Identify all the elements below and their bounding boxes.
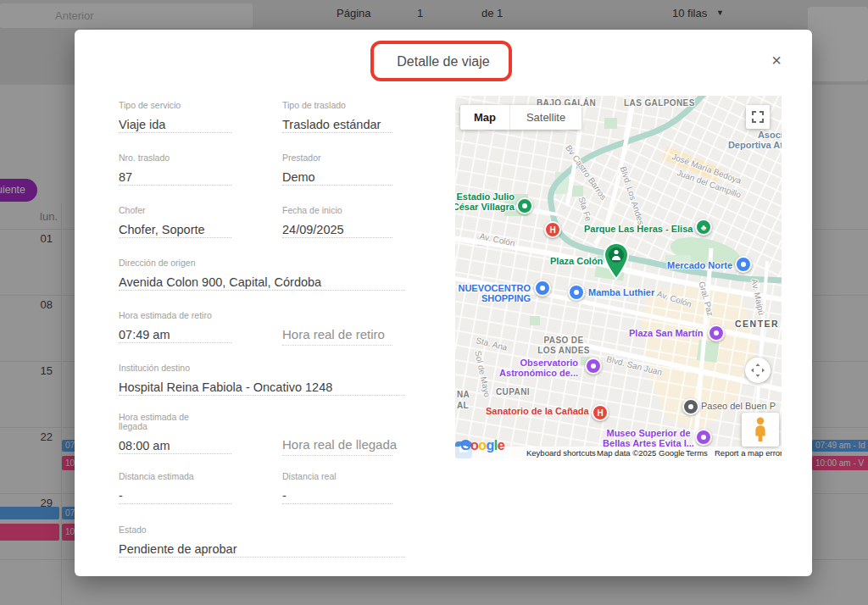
map-type-control: Map Satellite [460,105,581,130]
field-fecha-inicio: Fecha de inicio 24/09/2025 [282,206,392,238]
map-label: Plaza San Martín [629,328,703,338]
field-estado: Estado Pendiente de aprobar [119,525,405,558]
map-marker[interactable] [708,325,725,341]
field-hora-real-retiro: Hora real de retiro [282,327,392,346]
map-marker[interactable]: H [592,404,609,421]
map-label: PASO DE LOS ANDES [537,336,590,356]
terms-link[interactable]: Terms [686,448,708,458]
field-hora-real-llegada: Hora real de llegada [282,437,392,456]
map-label: Parque Las Heras - Elisa [584,224,693,234]
map-data-label: Map data ©2025 Google [597,448,685,458]
destination-pin-icon[interactable] [601,241,632,280]
map-label: AL [457,401,469,411]
field-hora-estimada-retiro: Hora estimada de retiro 07:49 am [119,311,231,343]
fullscreen-button[interactable] [746,105,770,129]
field-prestador: Prestador Demo [282,153,392,186]
map-marker[interactable] [534,280,551,297]
field-tipo-traslado: Tipo de traslado Traslado estándar [282,101,392,133]
keyboard-shortcuts-link[interactable]: Keyboard shortcuts [526,448,596,458]
map-marker[interactable] [585,358,602,375]
map-marker[interactable] [516,197,533,214]
pan-arrows-icon [748,361,767,380]
pan-control[interactable] [745,358,771,383]
map-label: Asocia Deportiva Ate [728,130,782,150]
map-marker[interactable] [735,256,752,273]
google-logo: Google [460,438,504,453]
map-label: CENTER [735,319,779,329]
map-marker[interactable] [568,284,585,301]
street-view-pegman[interactable] [742,413,779,447]
map-label: Mercado Norte [667,260,732,270]
field-distancia-real: Distancia real - [282,472,392,504]
map-marker[interactable] [682,398,699,415]
map-label: Mamba Luthier [588,287,654,297]
field-chofer: Chofer Chofer, Soporte [119,206,231,238]
map-label: Sanatorio de la Cañada [486,406,589,416]
map-tab[interactable]: Map [460,105,509,130]
field-direccion-origen: Dirección de origen Avenida Colon 900, C… [119,258,405,291]
map-label: Plaza Colón [550,256,603,266]
satellite-tab[interactable]: Satellite [509,105,581,130]
map-marker[interactable]: ♣ [695,219,712,236]
map-label: CUPANI [496,387,530,397]
fullscreen-icon [752,111,764,123]
map-label: LAS GALPONES [624,98,695,108]
annotation-highlight [370,41,512,81]
map-label: NUEVOCENTRO SHOPPING [458,283,531,303]
map-marker[interactable]: H [544,221,561,238]
map-label: NA [457,390,470,400]
map-label: Observatorio Astronómico de... [499,358,578,378]
map-label: Paseo del Buen P [701,401,776,411]
field-institucion-destino: Institución destino Hospital Reina Fabio… [119,364,405,396]
map-label: Museo Superior de Bellas Artes Evita I..… [603,428,694,448]
field-hora-estimada-llegada: Hora estimada de llegada 08:00 am [119,413,231,454]
report-error-link[interactable]: Report a map error [715,448,782,458]
map-canvas[interactable]: Map Satellite Google [455,96,782,458]
trip-detail-modal: Detalle de viaje × Tipo de servicio Viaj… [75,30,812,576]
screen: Anterior Página 1 de 1 10 filas ▼ uiente… [0,0,868,605]
close-icon[interactable]: × [766,50,787,70]
map-marker[interactable] [695,429,712,446]
field-distancia-estimada: Distancia estimada - [119,472,231,504]
field-tipo-servicio: Tipo de servicio Viaje ida [119,101,231,133]
field-nro-traslado: Nro. traslado 87 [119,153,231,186]
map-label: Estadio Julio César Villagra [455,191,515,212]
pegman-icon [752,417,769,442]
